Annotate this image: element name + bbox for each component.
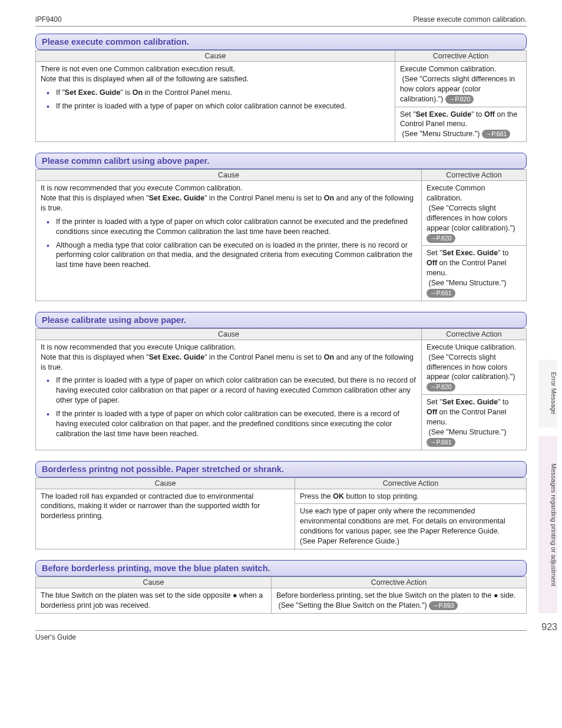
column-header: Corrective Action	[422, 170, 527, 181]
cause-action-table: CauseCorrective ActionThe loaded roll ha…	[35, 477, 527, 549]
page-number: 923	[541, 622, 557, 633]
action-cell: Set "Set Exec. Guide" to Off on the Cont…	[422, 246, 527, 301]
tab-messages-printing[interactable]: Messages regarding printing or adjustmen…	[538, 436, 557, 613]
action-cell: Use each type of paper only where the re…	[295, 504, 527, 549]
cause-action-table: CauseCorrective ActionIt is now recommen…	[35, 169, 527, 301]
action-cell: Execute Common calibration. (See "Correc…	[422, 181, 527, 246]
section-title: Please calibrate using above paper.	[35, 312, 527, 328]
column-header: Cause	[36, 51, 395, 62]
section: Before borderless printing, move the blu…	[35, 560, 527, 614]
section-title: Please execute common calibration.	[35, 34, 527, 50]
cause-action-table: CauseCorrective ActionIt is now recommen…	[35, 328, 527, 450]
tab-error-message[interactable]: Error Message	[538, 360, 557, 427]
column-header: Corrective Action	[272, 577, 527, 588]
action-cell: Execute Unique calibration. (See "Correc…	[422, 340, 527, 394]
cause-cell: There is not even one Common calibration…	[36, 62, 395, 142]
section: Please commn calibrt using above paper.C…	[35, 153, 527, 301]
action-cell: Before borderless printing, set the blue…	[272, 588, 527, 613]
cause-action-table: CauseCorrective ActionThere is not even …	[35, 50, 527, 142]
section: Please execute common calibration.CauseC…	[35, 34, 527, 142]
action-cell: Set "Set Exec. Guide" to Off on the Cont…	[395, 107, 527, 142]
column-header: Cause	[36, 328, 422, 340]
section: Please calibrate using above paper.Cause…	[35, 312, 527, 450]
column-header: Cause	[36, 577, 272, 588]
column-header: Cause	[36, 170, 422, 181]
section-title: Borderless printng not possible. Paper s…	[35, 461, 527, 477]
section: Borderless printng not possible. Paper s…	[35, 461, 527, 549]
column-header: Corrective Action	[395, 51, 527, 62]
action-cell: Execute Common calibration. (See "Correc…	[395, 62, 527, 107]
action-cell: Press the OK button to stop printing.	[295, 489, 527, 504]
column-header: Cause	[36, 477, 295, 489]
section-title: Before borderless printing, move the blu…	[35, 560, 527, 577]
side-tabs: Error Message Messages regarding printin…	[534, 0, 557, 647]
cause-cell: The loaded roll has expanded or contract…	[36, 489, 295, 549]
cause-cell: It is now recommended that you execute U…	[36, 340, 422, 450]
section-title: Please commn calibrt using above paper.	[35, 153, 527, 169]
cause-cell: The blue Switch on the platen was set to…	[36, 588, 272, 613]
footer-left: User's Guide	[35, 633, 76, 641]
cause-action-table: CauseCorrective ActionThe blue Switch on…	[35, 577, 527, 614]
column-header: Corrective Action	[295, 477, 527, 489]
header-right: Please execute common calibration.	[413, 15, 527, 24]
header-left: iPF9400	[35, 15, 62, 24]
page-header: iPF9400 Please execute common calibratio…	[35, 15, 527, 27]
action-cell: Set "Set Exec. Guide" to Off on the Cont…	[422, 395, 527, 450]
page-footer: User's Guide	[35, 630, 527, 641]
cause-cell: It is now recommended that you execute C…	[36, 181, 422, 301]
column-header: Corrective Action	[422, 328, 527, 340]
